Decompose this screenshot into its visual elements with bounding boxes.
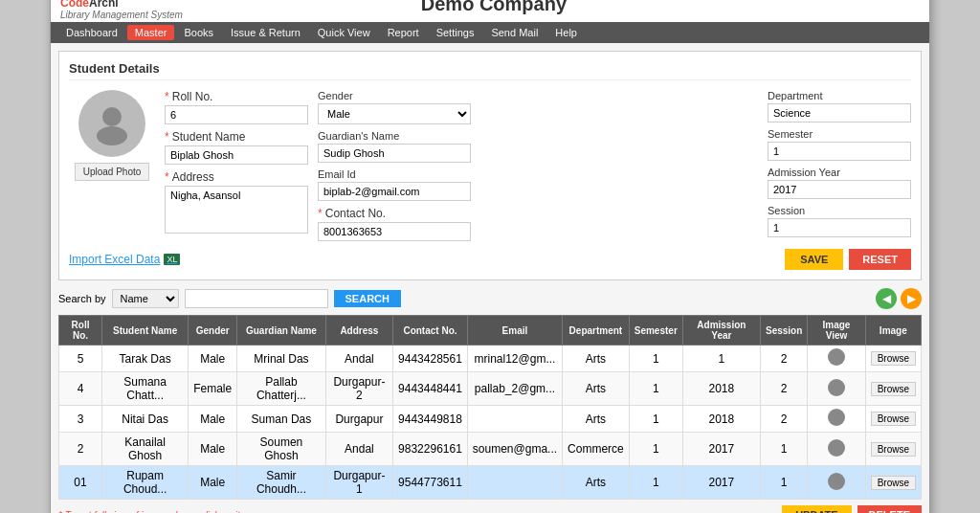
session-label: Session — [768, 205, 911, 216]
image-view-cell[interactable] — [808, 406, 865, 433]
section-title: Student Details — [69, 61, 911, 80]
browse-button[interactable]: Browse — [871, 382, 916, 396]
browse-button[interactable]: Browse — [871, 412, 916, 426]
contact-group: * Contact No. — [318, 207, 471, 241]
guardian-group: Guardian's Name — [318, 130, 471, 163]
semester-label: Semester — [768, 128, 911, 140]
col-session: Session — [760, 316, 807, 346]
reset-button[interactable]: RESET — [849, 249, 911, 270]
menu-report[interactable]: Report — [380, 25, 427, 40]
next-icon[interactable]: ▶ — [901, 288, 922, 309]
image-view-cell[interactable] — [808, 466, 865, 500]
menu-bar: Dashboard Master Books Issue & Return Qu… — [51, 22, 929, 43]
browse-button[interactable]: Browse — [871, 442, 916, 457]
col-guardian: Guardian Name — [237, 316, 326, 346]
bottom-actions: * To get full view of image please click… — [58, 505, 922, 513]
contact-input[interactable] — [318, 222, 471, 241]
student-name-input[interactable] — [165, 145, 308, 165]
roll-no-group: * Roll No. — [165, 90, 308, 124]
email-label: Email Id — [318, 168, 471, 180]
menu-quick-view[interactable]: Quick View — [310, 25, 378, 40]
menu-settings[interactable]: Settings — [429, 25, 482, 40]
col-sem: Semester — [629, 316, 682, 346]
session-group: Session — [768, 205, 911, 237]
import-excel-link[interactable]: Import Excel Data XL — [69, 253, 180, 266]
avatar-icon — [88, 100, 136, 147]
gender-select[interactable]: Male Female — [318, 103, 471, 124]
student-name-label: * Student Name — [165, 130, 308, 144]
upload-photo-button[interactable]: Upload Photo — [75, 163, 150, 181]
image-view-cell[interactable] — [808, 346, 865, 372]
col-img-view: Image View — [808, 316, 865, 346]
col-contact: Contact No. — [393, 316, 468, 346]
admission-year-input[interactable] — [768, 180, 911, 199]
address-label: * Address — [165, 170, 308, 184]
roll-no-label: * Roll No. — [165, 90, 308, 103]
menu-dashboard[interactable]: Dashboard — [58, 25, 125, 40]
col-image: Image — [865, 316, 921, 346]
search-icons: ◀ ▶ — [876, 288, 922, 309]
update-button[interactable]: UPDATE — [782, 505, 851, 513]
search-button[interactable]: SEARCH — [334, 290, 401, 307]
logo: CodeArchi — [60, 0, 119, 10]
contact-label: * Contact No. — [318, 207, 471, 220]
guardian-input[interactable] — [318, 144, 471, 163]
department-input[interactable] — [768, 103, 911, 123]
search-by-label: Search by — [58, 293, 106, 304]
form-actions: Import Excel Data XL SAVE RESET — [69, 249, 911, 270]
department-label: Department — [768, 90, 911, 101]
delete-button[interactable]: DELETE — [858, 505, 922, 513]
email-input[interactable] — [318, 182, 471, 201]
admission-year-group: Admission Year — [768, 167, 911, 199]
image-note: * To get full view of image please click… — [58, 510, 240, 514]
department-group: Department — [768, 90, 911, 123]
search-by-select[interactable]: Name Roll No. Email — [112, 289, 179, 308]
svg-point-0 — [102, 107, 122, 126]
photo-column: Upload Photo — [69, 90, 155, 241]
table-row[interactable]: 5Tarak DasMaleMrinal DasAndal9443428561m… — [59, 346, 922, 372]
gender-label: Gender — [318, 90, 471, 101]
col-adm-year: Admission Year — [682, 316, 760, 346]
address-input[interactable]: Nigha, Asansol — [165, 186, 308, 234]
header: CodeArchi Library Management System Demo… — [51, 0, 929, 22]
search-bar: Search by Name Roll No. Email SEARCH ◀ ▶ — [58, 288, 922, 309]
menu-master[interactable]: Master — [127, 25, 175, 40]
col-email: Email — [467, 316, 562, 346]
menu-books[interactable]: Books — [176, 25, 221, 40]
search-input[interactable] — [185, 289, 328, 308]
session-input[interactable] — [768, 218, 911, 237]
image-view-cell[interactable] — [808, 372, 865, 406]
content-area: Student Details Upload Photo * Roll — [51, 43, 929, 513]
logo-archi: Archi — [89, 0, 119, 10]
gender-group: Gender Male Female — [318, 90, 471, 124]
save-reset-buttons: SAVE RESET — [785, 249, 911, 270]
student-details-box: Student Details Upload Photo * Roll — [58, 51, 922, 280]
table-row[interactable]: 2Kanailal GhoshMaleSoumen GhoshAndal9832… — [59, 433, 922, 466]
semester-input[interactable] — [768, 142, 911, 161]
save-button[interactable]: SAVE — [785, 249, 843, 270]
menu-help[interactable]: Help — [547, 25, 585, 40]
svg-point-1 — [97, 126, 127, 145]
browse-button[interactable]: Browse — [871, 351, 916, 366]
browse-button[interactable]: Browse — [871, 476, 916, 490]
table-row[interactable]: 3Nitai DasMaleSuman DasDurgapur944344981… — [59, 406, 922, 433]
col-dept: Department — [563, 316, 630, 346]
main-window: C Add Student – □ ✕ CodeArchi Library Ma… — [50, 0, 930, 513]
form-layout: Upload Photo * Roll No. * Student Name *… — [69, 90, 911, 241]
roll-no-input[interactable] — [165, 105, 308, 124]
image-view-cell[interactable] — [808, 433, 865, 466]
prev-icon[interactable]: ◀ — [876, 288, 897, 309]
address-group: * Address Nigha, Asansol — [165, 170, 308, 234]
student-name-group: * Student Name — [165, 130, 308, 165]
table-row[interactable]: 4Sumana Chatt...FemalePallab Chatterj...… — [59, 372, 922, 406]
semester-group: Semester — [768, 128, 911, 161]
table-row[interactable]: 01Rupam Choud...MaleSamir Choudh...Durga… — [59, 466, 922, 500]
tagline: Library Management System — [60, 10, 183, 20]
menu-send-mail[interactable]: Send Mail — [483, 25, 546, 40]
menu-issue-return[interactable]: Issue & Return — [223, 25, 308, 40]
logo-code: Code — [60, 0, 89, 10]
logo-area: CodeArchi Library Management System — [60, 0, 183, 20]
guardian-label: Guardian's Name — [318, 130, 471, 142]
col-name: Student Name — [102, 316, 189, 346]
students-table: Roll No. Student Name Gender Guardian Na… — [58, 315, 922, 500]
